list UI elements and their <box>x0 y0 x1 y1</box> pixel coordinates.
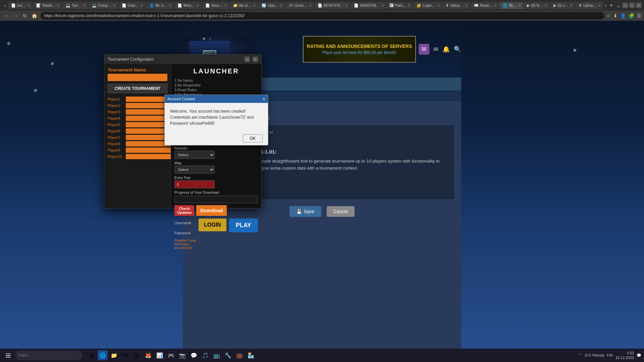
navigation-bar: ← → ↻ 🏠 ☆ ⬇ 👤 🧩 ☰ <box>0 11 644 21</box>
tab-fileio[interactable]: 📁file.io...× <box>230 2 258 9</box>
dialog-ok-button[interactable]: OK <box>243 134 263 142</box>
taskbar-right: ⌃ -5°C Pilvistä FIN 3.52 16.12.2023 💬 <box>578 351 641 360</box>
taskbar-app1[interactable]: 📊 <box>155 350 165 360</box>
dialog-titlebar: Account Created × <box>165 95 268 103</box>
profile-icon[interactable]: 👤 <box>620 13 626 18</box>
browser-chrome: ‹ 📄snr...× 📝Teksti...× 💻Työ...× 💻Comp...… <box>0 0 644 21</box>
taskbar-pinned-icons: ⊟ 🌐 📁 ✉ 🛍 🦊 📊 🎮 📷 💬 🎵 📺 🔧 💼 🏪 <box>86 350 256 360</box>
forward-button[interactable]: → <box>12 12 19 19</box>
dialog-footer: OK <box>165 132 268 145</box>
tab-tyo[interactable]: 💻Työ...× <box>62 2 88 9</box>
taskbar-task-view[interactable]: ⊟ <box>86 350 96 360</box>
taskbar-app3[interactable]: 📷 <box>177 350 187 360</box>
taskbar-app4[interactable]: 💬 <box>189 350 199 360</box>
tab-mrh[interactable]: 👤Mr. h...× <box>146 2 173 9</box>
tab-8n[interactable]: ▶(8) N...× <box>524 2 549 9</box>
extensions-icon[interactable]: 🧩 <box>629 13 634 18</box>
taskbar-app2[interactable]: 🎮 <box>166 350 176 360</box>
tab-upd[interactable]: 🔄Upd...× <box>258 2 284 9</box>
taskbar-app7[interactable]: 🔧 <box>223 350 233 360</box>
tab-to-active[interactable]: 🌐To...× <box>499 2 523 9</box>
tab-scroll-left[interactable]: ‹ <box>3 3 7 8</box>
clock-time: 3.52 <box>615 351 634 355</box>
tab-gunz[interactable]: 🎮Gunz...× <box>285 2 314 9</box>
new-tab-button[interactable]: + <box>608 2 614 8</box>
tab-0v[interactable]: ▶(0) v...× <box>550 2 575 9</box>
tab-list-button[interactable]: ⌄ <box>615 2 622 9</box>
tab-seur[interactable]: 📄Seur...× <box>202 2 229 9</box>
back-button[interactable]: ← <box>3 12 10 19</box>
notification-icon[interactable]: 💬 <box>637 353 641 358</box>
taskbar-firefox[interactable]: 🦊 <box>143 350 153 360</box>
taskbar-temp: -5°C Pilvistä <box>584 353 604 357</box>
tab-scroll-right[interactable]: › <box>603 3 608 8</box>
taskbar-store[interactable]: 🛍 <box>132 350 142 360</box>
refresh-button[interactable]: ↻ <box>21 12 28 19</box>
start-button[interactable]: ⊞ <box>3 350 14 361</box>
dialog-title: Account Created <box>167 97 195 101</box>
dialog-overlay: Account Created × Welcome, Your account … <box>0 21 644 362</box>
maximize-browser[interactable]: □ <box>629 3 635 8</box>
taskbar-app8[interactable]: 💼 <box>234 350 245 360</box>
tab-uploa2[interactable]: ⬆Uploa...× <box>575 2 603 9</box>
taskbar-arrow[interactable]: ⌃ <box>578 353 581 358</box>
taskbar-search[interactable] <box>15 351 82 360</box>
tab-68[interactable]: 📄68747470...× <box>314 2 350 9</box>
taskbar-app6[interactable]: 📺 <box>212 350 222 360</box>
dialog-close-button[interactable]: × <box>263 96 265 102</box>
tab-uusi[interactable]: 📄Uusi...× <box>118 2 145 9</box>
taskbar-browser[interactable]: 🌐 <box>98 350 108 360</box>
tab-read[interactable]: 📖Read...× <box>471 2 499 9</box>
download-icon[interactable]: ⬇ <box>613 13 618 18</box>
tab-snr[interactable]: 📄snr...× <box>8 2 32 9</box>
nav-right-icons: ☆ ⬇ 👤 🧩 ☰ <box>606 13 641 18</box>
home-button[interactable]: 🏠 <box>30 12 39 19</box>
tab-uploa[interactable]: ⬆Uploa...× <box>442 2 470 9</box>
bookmark-icon[interactable]: ☆ <box>606 13 611 18</box>
taskbar-app9[interactable]: 🏪 <box>246 350 256 360</box>
close-browser[interactable]: × <box>636 3 641 8</box>
taskbar-clock: 3.52 16.12.2023 <box>615 351 634 360</box>
taskbar-mail[interactable]: ✉ <box>120 350 130 360</box>
taskbar-locale: FIN <box>607 353 613 357</box>
clock-date: 16.12.2023 <box>615 355 634 360</box>
page-background: ❄ ❄ ❄ ❄ 🖥️ ❄ ☆ RAGE ZONE RATING AND ANNO… <box>0 21 644 362</box>
menu-icon[interactable]: ☰ <box>637 13 641 18</box>
taskbar-app5[interactable]: 🎵 <box>200 350 210 360</box>
dialog-message: Welcome, Your account has been created! … <box>170 108 263 126</box>
minimize-browser[interactable]: — <box>623 3 628 8</box>
tab-park[interactable]: 🅿Park...× <box>386 2 413 9</box>
tab-miss[interactable]: 📄Miss...× <box>174 2 201 9</box>
windows-taskbar: ⊞ ⊟ 🌐 📁 ✉ 🛍 🦊 📊 🎮 📷 💬 🎵 📺 🔧 💼 🏪 ⌃ -5°C P… <box>0 349 644 362</box>
address-bar[interactable] <box>41 12 604 19</box>
dialog-box: Account Created × Welcome, Your account … <box>164 95 268 145</box>
tab-login[interactable]: 🔐Login...× <box>413 2 442 9</box>
tab-bar: ‹ 📄snr...× 📝Teksti...× 💻Työ...× 💻Comp...… <box>0 0 644 11</box>
tab-comp[interactable]: 💻Comp...× <box>89 2 118 9</box>
tab-teksti[interactable]: 📝Teksti...× <box>33 2 62 9</box>
taskbar-explorer[interactable]: 📁 <box>109 350 119 360</box>
dialog-body: Welcome, Your account has been created! … <box>165 103 268 132</box>
tab-29[interactable]: 📄29093795...× <box>351 2 386 9</box>
